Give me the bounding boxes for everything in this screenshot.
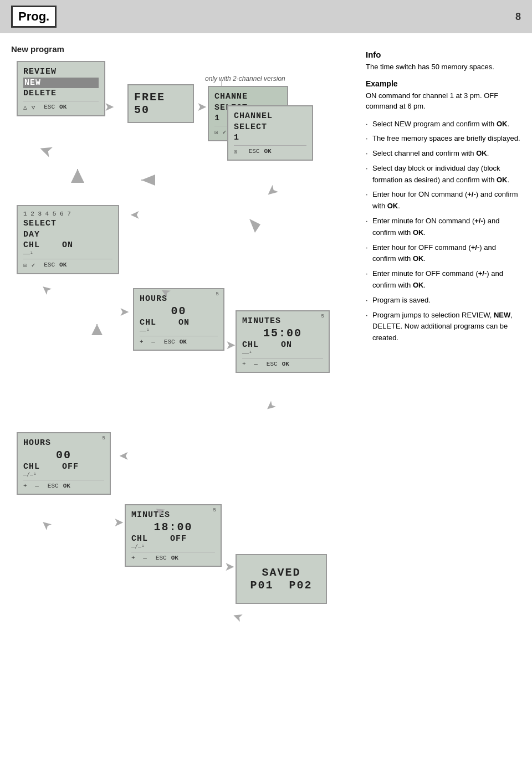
min-on-status: CHL ON xyxy=(242,340,323,351)
screen-channel-front: CHANNEL SELECT 1 ☒ESCOK xyxy=(227,105,313,161)
info-area: Info The time switch has 50 memory space… xyxy=(366,44,521,754)
day-line2: DAY xyxy=(23,229,112,240)
screen-minutes-off: 5 MINUTES 18:00 CHL OFF —/—¹ + —ESCOK xyxy=(125,504,222,567)
menu-delete: DELETE xyxy=(23,88,99,99)
min-on-nav: + —ESCOK xyxy=(242,361,323,367)
min-off-status: CHL OFF xyxy=(131,534,215,545)
step-3: Select channel and confirm with OK. xyxy=(366,148,521,160)
min-on-num: 5 xyxy=(321,314,324,319)
screen-menu: REVIEW NEW DELETE △▽ESCOK xyxy=(17,61,105,116)
step-8: Enter minute for OFF command (+/-) and c… xyxy=(366,268,521,291)
step-1: Select NEW program and confirm with OK. xyxy=(366,119,521,130)
min-on-sub: ——¹ xyxy=(242,350,323,356)
hours-on-sub: ——¹ xyxy=(140,328,218,334)
step-6: Enter minute for ON command (+/-) and co… xyxy=(366,216,521,239)
arrow-to-day: ➤ xyxy=(130,208,140,222)
screen-minutes-on: 5 MINUTES 15:00 CHL ON ——¹ + —ESCOK xyxy=(236,310,330,373)
info-title: Info xyxy=(366,50,521,59)
screen-hours-off: 5 HOURS 00 CHL OFF —/—¹ + —ESCOK xyxy=(17,432,111,495)
page-number: 8 xyxy=(515,11,521,23)
step-5: Enter hour for ON command (+/-) and conf… xyxy=(366,189,521,212)
day-nav: ☒✓ESCOK xyxy=(23,262,112,269)
chfront-line2: SELECT xyxy=(234,122,306,133)
day-numbers: 1 2 3 4 5 6 7 xyxy=(23,211,112,217)
chfront-line3: 1 xyxy=(234,132,306,144)
hours-off-title: HOURS xyxy=(23,438,104,449)
hours-on-value: 00 xyxy=(140,305,218,317)
screen-saved: SAVED P01 P02 xyxy=(236,554,327,604)
example-title: Example xyxy=(366,79,521,88)
hours-on-num: 5 xyxy=(216,291,219,297)
section-title: New program xyxy=(11,44,64,54)
chback-line1: CHANNE xyxy=(214,91,282,102)
min-off-value: 18:00 xyxy=(131,521,215,534)
min-on-value: 15:00 xyxy=(242,327,323,340)
screen-select-day: 1 2 3 4 5 6 7 SELECT DAY CHL ON ——¹ ☒✓ES… xyxy=(17,205,119,274)
main-content: New program REVIEW NEW DELETE △▽ESCOK xyxy=(0,33,532,765)
arrow-saved-back: ➤ xyxy=(231,608,245,626)
arrow-day-right: ➤ xyxy=(119,305,129,319)
saved-line2: P01 P02 xyxy=(250,579,312,592)
info-text: The time switch has 50 memory spaces. xyxy=(366,62,521,73)
menu-new: NEW xyxy=(23,78,99,89)
step-2: The free memory spaces are briefly displ… xyxy=(366,133,521,145)
arrow-free50-right: ➤ xyxy=(197,100,207,114)
arrow-hours-off-down: ➤ xyxy=(38,516,55,534)
svg-marker-4 xyxy=(249,219,260,233)
arrow-day-down: ➤ xyxy=(38,281,55,298)
steps-list: Select NEW program and confirm with OK. … xyxy=(366,119,521,345)
day-line3: CHL ON xyxy=(23,240,112,251)
connectors-svg xyxy=(11,61,355,770)
arrow-hours-on-right: ➤ xyxy=(226,338,236,352)
hours-off-sub: —/—¹ xyxy=(23,472,104,478)
step-4: Select day block or individual day (bloc… xyxy=(366,163,521,186)
arrow-menu-right: ➤ xyxy=(104,100,114,114)
chfront-line1: CHANNEL xyxy=(234,111,306,122)
hours-on-status: CHL ON xyxy=(140,317,218,329)
svg-marker-0 xyxy=(71,169,84,183)
arrow-min-off-right: ➤ xyxy=(224,560,234,574)
svg-marker-5 xyxy=(91,324,103,335)
menu-review: REVIEW xyxy=(23,66,99,78)
min-off-nav: + —ESCOK xyxy=(131,555,215,561)
screen-free50: FREE 50 xyxy=(127,84,194,123)
arrow-hours-off-right: ➤ xyxy=(114,515,124,530)
chfront-nav: ☒ESCOK xyxy=(234,148,306,155)
logo: Prog. xyxy=(11,6,57,28)
hours-off-num: 5 xyxy=(103,435,105,441)
hours-on-title: HOURS xyxy=(140,294,218,305)
step-7: Enter hour for OFF command (+/-) and con… xyxy=(366,242,521,265)
svg-marker-2 xyxy=(141,175,155,186)
arrow-to-hours-off: ➤ xyxy=(119,449,129,463)
hours-off-nav: + —ESCOK xyxy=(23,483,104,489)
hours-off-value: 00 xyxy=(23,449,104,462)
hours-on-nav: + —ESCOK xyxy=(140,339,218,345)
arrow-ch-down: ➤ xyxy=(262,181,283,202)
min-off-sub: —/—¹ xyxy=(131,544,215,550)
page-header: Prog. 8 xyxy=(0,0,532,33)
arrow-min-on-down: ➤ xyxy=(263,397,280,414)
hours-off-status: CHL OFF xyxy=(23,462,104,473)
day-sub: ——¹ xyxy=(23,251,112,257)
day-line1: SELECT xyxy=(23,218,112,229)
arrow-menu-down: ➤ xyxy=(36,140,55,162)
example-text: ON command for channel 1 at 3 pm. OFF co… xyxy=(366,90,521,112)
diagram-area: New program REVIEW NEW DELETE △▽ESCOK xyxy=(11,44,355,754)
min-off-title: MINUTES xyxy=(131,510,215,521)
min-off-num: 5 xyxy=(213,508,216,513)
free50-text: FREE 50 xyxy=(134,91,187,116)
menu-nav: △▽ESCOK xyxy=(23,104,99,111)
min-on-title: MINUTES xyxy=(242,316,323,327)
screen-hours-on: 5 HOURS 00 CHL ON ——¹ + —ESCOK xyxy=(133,288,224,351)
step-9: Program is saved. xyxy=(366,295,521,306)
saved-line1: SAVED xyxy=(262,566,300,579)
step-10: Program jumps to selection REVIEW, NEW, … xyxy=(366,310,521,344)
